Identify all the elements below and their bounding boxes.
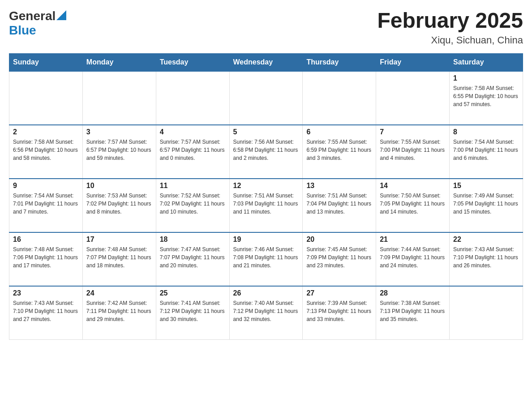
day-number: 28 bbox=[380, 289, 446, 297]
day-info: Sunrise: 7:43 AM Sunset: 7:10 PM Dayligh… bbox=[453, 245, 519, 270]
day-number: 19 bbox=[233, 235, 299, 244]
days-of-week-row: SundayMondayTuesdayWednesdayThursdayFrid… bbox=[9, 53, 523, 71]
day-number: 7 bbox=[380, 128, 446, 136]
calendar-cell: 18Sunrise: 7:47 AM Sunset: 7:07 PM Dayli… bbox=[156, 232, 229, 286]
day-number: 3 bbox=[86, 128, 152, 136]
calendar-cell bbox=[229, 71, 303, 125]
week-row-5: 23Sunrise: 7:43 AM Sunset: 7:10 PM Dayli… bbox=[9, 286, 523, 340]
calendar-cell: 2Sunrise: 7:58 AM Sunset: 6:56 PM Daylig… bbox=[9, 125, 83, 179]
calendar-cell: 6Sunrise: 7:55 AM Sunset: 6:59 PM Daylig… bbox=[303, 125, 376, 179]
calendar-cell: 24Sunrise: 7:42 AM Sunset: 7:11 PM Dayli… bbox=[82, 286, 156, 340]
week-row-2: 2Sunrise: 7:58 AM Sunset: 6:56 PM Daylig… bbox=[9, 125, 523, 179]
day-info: Sunrise: 7:50 AM Sunset: 7:05 PM Dayligh… bbox=[380, 192, 446, 216]
day-number: 14 bbox=[380, 182, 446, 190]
calendar-cell: 16Sunrise: 7:48 AM Sunset: 7:06 PM Dayli… bbox=[9, 232, 83, 286]
calendar-cell: 28Sunrise: 7:38 AM Sunset: 7:13 PM Dayli… bbox=[376, 286, 450, 340]
svg-marker-0 bbox=[56, 10, 66, 20]
day-info: Sunrise: 7:43 AM Sunset: 7:10 PM Dayligh… bbox=[13, 299, 79, 323]
day-number: 2 bbox=[13, 128, 79, 136]
calendar-cell: 17Sunrise: 7:48 AM Sunset: 7:07 PM Dayli… bbox=[82, 232, 156, 286]
header: General Blue February 2025 Xiqu, Sichuan… bbox=[9, 9, 523, 46]
calendar-cell: 3Sunrise: 7:57 AM Sunset: 6:57 PM Daylig… bbox=[82, 125, 156, 179]
calendar-cell: 15Sunrise: 7:49 AM Sunset: 7:05 PM Dayli… bbox=[450, 179, 523, 232]
day-info: Sunrise: 7:54 AM Sunset: 7:01 PM Dayligh… bbox=[13, 192, 79, 216]
calendar-cell: 9Sunrise: 7:54 AM Sunset: 7:01 PM Daylig… bbox=[9, 179, 83, 232]
day-info: Sunrise: 7:38 AM Sunset: 7:13 PM Dayligh… bbox=[380, 299, 446, 323]
day-number: 18 bbox=[160, 235, 226, 244]
day-info: Sunrise: 7:42 AM Sunset: 7:11 PM Dayligh… bbox=[86, 299, 152, 323]
day-number: 17 bbox=[86, 235, 152, 244]
day-info: Sunrise: 7:44 AM Sunset: 7:09 PM Dayligh… bbox=[380, 245, 446, 270]
calendar-cell bbox=[156, 71, 229, 125]
week-row-3: 9Sunrise: 7:54 AM Sunset: 7:01 PM Daylig… bbox=[9, 179, 523, 232]
day-number: 4 bbox=[160, 128, 226, 136]
day-info: Sunrise: 7:57 AM Sunset: 6:57 PM Dayligh… bbox=[86, 138, 152, 162]
day-info: Sunrise: 7:53 AM Sunset: 7:02 PM Dayligh… bbox=[86, 192, 152, 216]
day-number: 12 bbox=[233, 182, 299, 190]
week-row-1: 1Sunrise: 7:58 AM Sunset: 6:55 PM Daylig… bbox=[9, 71, 523, 125]
day-of-week-sunday: Sunday bbox=[9, 53, 83, 71]
day-number: 25 bbox=[160, 289, 226, 297]
day-number: 9 bbox=[13, 182, 79, 190]
calendar-cell: 22Sunrise: 7:43 AM Sunset: 7:10 PM Dayli… bbox=[450, 232, 523, 286]
day-info: Sunrise: 7:55 AM Sunset: 7:00 PM Dayligh… bbox=[380, 138, 446, 162]
calendar-cell: 14Sunrise: 7:50 AM Sunset: 7:05 PM Dayli… bbox=[376, 179, 450, 232]
calendar-header: SundayMondayTuesdayWednesdayThursdayFrid… bbox=[9, 53, 523, 71]
calendar-cell: 8Sunrise: 7:54 AM Sunset: 7:00 PM Daylig… bbox=[450, 125, 523, 179]
day-number: 16 bbox=[13, 235, 79, 244]
day-info: Sunrise: 7:54 AM Sunset: 7:00 PM Dayligh… bbox=[453, 138, 519, 162]
location-title: Xiqu, Sichuan, China bbox=[377, 34, 523, 46]
calendar-cell: 1Sunrise: 7:58 AM Sunset: 6:55 PM Daylig… bbox=[450, 71, 523, 125]
day-number: 21 bbox=[380, 235, 446, 244]
day-number: 8 bbox=[453, 128, 519, 136]
day-number: 24 bbox=[86, 289, 152, 297]
day-info: Sunrise: 7:57 AM Sunset: 6:57 PM Dayligh… bbox=[160, 138, 226, 162]
calendar-cell: 13Sunrise: 7:51 AM Sunset: 7:04 PM Dayli… bbox=[303, 179, 376, 232]
day-of-week-tuesday: Tuesday bbox=[156, 53, 229, 71]
calendar-cell: 7Sunrise: 7:55 AM Sunset: 7:00 PM Daylig… bbox=[376, 125, 450, 179]
logo-blue-text: Blue bbox=[9, 23, 66, 38]
day-info: Sunrise: 7:41 AM Sunset: 7:12 PM Dayligh… bbox=[160, 299, 226, 323]
day-info: Sunrise: 7:58 AM Sunset: 6:56 PM Dayligh… bbox=[13, 138, 79, 162]
calendar-cell bbox=[450, 286, 523, 340]
week-row-4: 16Sunrise: 7:48 AM Sunset: 7:06 PM Dayli… bbox=[9, 232, 523, 286]
day-info: Sunrise: 7:45 AM Sunset: 7:09 PM Dayligh… bbox=[306, 245, 372, 270]
day-of-week-friday: Friday bbox=[376, 53, 450, 71]
day-number: 23 bbox=[13, 289, 79, 297]
day-info: Sunrise: 7:49 AM Sunset: 7:05 PM Dayligh… bbox=[453, 192, 519, 216]
day-number: 20 bbox=[306, 235, 372, 244]
calendar-cell bbox=[303, 71, 376, 125]
day-info: Sunrise: 7:46 AM Sunset: 7:08 PM Dayligh… bbox=[233, 245, 299, 270]
calendar-cell: 26Sunrise: 7:40 AM Sunset: 7:12 PM Dayli… bbox=[229, 286, 303, 340]
day-info: Sunrise: 7:47 AM Sunset: 7:07 PM Dayligh… bbox=[160, 245, 226, 270]
calendar-cell bbox=[82, 71, 156, 125]
calendar-cell: 19Sunrise: 7:46 AM Sunset: 7:08 PM Dayli… bbox=[229, 232, 303, 286]
calendar-cell bbox=[376, 71, 450, 125]
day-info: Sunrise: 7:55 AM Sunset: 6:59 PM Dayligh… bbox=[306, 138, 372, 162]
day-number: 1 bbox=[453, 74, 519, 82]
day-of-week-saturday: Saturday bbox=[450, 53, 523, 71]
day-info: Sunrise: 7:48 AM Sunset: 7:06 PM Dayligh… bbox=[13, 245, 79, 270]
day-number: 10 bbox=[86, 182, 152, 190]
day-number: 5 bbox=[233, 128, 299, 136]
calendar-cell bbox=[9, 71, 83, 125]
calendar-cell: 12Sunrise: 7:51 AM Sunset: 7:03 PM Dayli… bbox=[229, 179, 303, 232]
day-number: 15 bbox=[453, 182, 519, 190]
day-number: 27 bbox=[306, 289, 372, 297]
month-title: February 2025 bbox=[377, 9, 523, 33]
day-of-week-monday: Monday bbox=[82, 53, 156, 71]
calendar-cell: 10Sunrise: 7:53 AM Sunset: 7:02 PM Dayli… bbox=[82, 179, 156, 232]
calendar-cell: 25Sunrise: 7:41 AM Sunset: 7:12 PM Dayli… bbox=[156, 286, 229, 340]
calendar-cell: 4Sunrise: 7:57 AM Sunset: 6:57 PM Daylig… bbox=[156, 125, 229, 179]
calendar-table: SundayMondayTuesdayWednesdayThursdayFrid… bbox=[9, 53, 523, 340]
calendar-cell: 23Sunrise: 7:43 AM Sunset: 7:10 PM Dayli… bbox=[9, 286, 83, 340]
day-info: Sunrise: 7:51 AM Sunset: 7:04 PM Dayligh… bbox=[306, 192, 372, 216]
logo-general-text: General bbox=[9, 9, 56, 23]
calendar-cell: 27Sunrise: 7:39 AM Sunset: 7:13 PM Dayli… bbox=[303, 286, 376, 340]
day-number: 6 bbox=[306, 128, 372, 136]
day-of-week-thursday: Thursday bbox=[303, 53, 376, 71]
day-info: Sunrise: 7:58 AM Sunset: 6:55 PM Dayligh… bbox=[453, 84, 519, 108]
calendar-body: 1Sunrise: 7:58 AM Sunset: 6:55 PM Daylig… bbox=[9, 71, 523, 340]
day-number: 11 bbox=[160, 182, 226, 190]
day-info: Sunrise: 7:40 AM Sunset: 7:12 PM Dayligh… bbox=[233, 299, 299, 323]
